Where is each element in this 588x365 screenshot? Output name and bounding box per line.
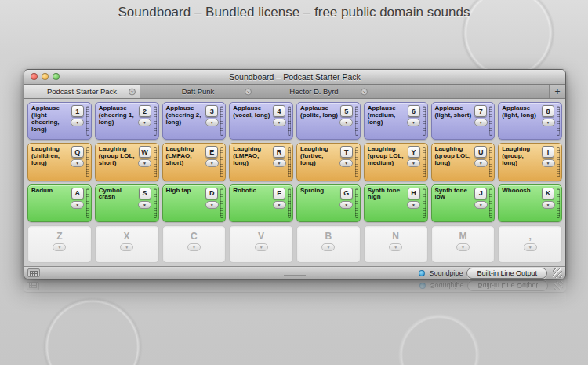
sound-cell[interactable]: Applause (cheering 2, long) 3 ▼: [162, 102, 227, 140]
sound-cell[interactable]: Applause (light, short) 7 ▼: [431, 102, 495, 140]
chevron-down-icon[interactable]: ▼: [474, 201, 488, 209]
sound-cell[interactable]: , ▼: [498, 225, 562, 263]
drag-handle[interactable]: [284, 272, 306, 276]
keycap: A: [71, 188, 84, 199]
window-title: Soundboard – Podcast Starter Pack: [229, 72, 361, 82]
keycap: J: [474, 188, 487, 199]
sound-cell[interactable]: Cymbol crash S ▼: [95, 184, 159, 222]
tab-close-icon[interactable]: ×: [361, 88, 368, 95]
sound-cell[interactable]: Applause (vocal, long) 4 ▼: [229, 102, 293, 140]
sound-cell[interactable]: Laughing (group, long) I ▼: [498, 143, 562, 181]
sound-cell[interactable]: Applause (light cheering, long) 1 ▼: [27, 102, 92, 140]
sound-cell[interactable]: Whooosh K ▼: [498, 184, 562, 222]
close-button[interactable]: [31, 73, 38, 80]
sound-cell[interactable]: Applause (cheering 1, long) 2 ▼: [95, 102, 159, 140]
minimize-button[interactable]: [42, 73, 49, 80]
tab-close-icon[interactable]: ×: [129, 88, 136, 95]
chevron-down-icon[interactable]: ▼: [339, 159, 353, 167]
chevron-down-icon[interactable]: ▼: [205, 119, 219, 126]
tab-hector-d-byrd[interactable]: Hector D. Byrd ×: [256, 85, 372, 98]
chevron-down-icon[interactable]: ▼: [273, 119, 286, 126]
sound-cell[interactable]: Laughing (LMFAO, short) E ▼: [162, 143, 227, 181]
chevron-down-icon[interactable]: ▼: [321, 243, 335, 251]
sound-cell[interactable]: Laughing (group LOL, short) W ▼: [95, 143, 159, 181]
level-meter: [557, 106, 560, 136]
sound-label: Robotic: [233, 188, 271, 195]
chevron-down-icon[interactable]: ▼: [474, 119, 488, 126]
chevron-down-icon[interactable]: ▼: [71, 159, 84, 167]
tab-daft-punk[interactable]: Daft Punk ×: [140, 85, 256, 98]
chevron-down-icon[interactable]: ▼: [456, 243, 470, 251]
sound-label: Laughing (group LOL, medium): [368, 146, 406, 167]
sound-cell[interactable]: Laughing (children, long) Q ▼: [27, 143, 92, 181]
chevron-down-icon[interactable]: ▼: [138, 119, 151, 126]
sound-cell[interactable]: B ▼: [296, 225, 361, 263]
chevron-down-icon[interactable]: ▼: [53, 243, 66, 251]
sound-cell[interactable]: Synth tone high H ▼: [364, 184, 428, 222]
sound-label: Laughing (group, long): [502, 146, 540, 167]
keyboard-glyph: [30, 271, 38, 276]
sound-cell[interactable]: M ▼: [431, 225, 495, 263]
keycap: N: [390, 231, 402, 242]
chevron-down-icon[interactable]: ▼: [407, 159, 420, 167]
chevron-down-icon[interactable]: ▼: [407, 119, 420, 126]
level-meter: [423, 188, 426, 218]
level-meter: [489, 147, 492, 177]
level-meter: [86, 147, 89, 177]
chevron-down-icon[interactable]: ▼: [339, 119, 353, 126]
page-title: Soundboard – Bundled license – free publ…: [0, 5, 588, 20]
resize-grip[interactable]: [553, 268, 562, 278]
level-meter: [220, 147, 223, 177]
chevron-down-icon[interactable]: ▼: [407, 201, 420, 209]
chevron-down-icon[interactable]: ▼: [138, 159, 151, 167]
sound-cell[interactable]: Laughing (group LOL, long) U ▼: [431, 143, 495, 181]
chevron-down-icon[interactable]: ▼: [205, 159, 219, 167]
sound-cell[interactable]: Synth tone low J ▼: [431, 184, 495, 222]
sound-cell[interactable]: V ▼: [229, 225, 293, 263]
keycap: Q: [71, 146, 84, 158]
chevron-down-icon[interactable]: ▼: [187, 243, 201, 251]
level-meter: [489, 106, 492, 136]
zoom-button[interactable]: [53, 73, 60, 80]
chevron-down-icon[interactable]: ▼: [524, 243, 537, 251]
chevron-down-icon[interactable]: ▼: [542, 159, 555, 167]
sound-cell[interactable]: Laughing (group LOL, medium) Y ▼: [364, 143, 428, 181]
chevron-down-icon[interactable]: ▼: [542, 201, 555, 209]
title-bar[interactable]: Soundboard – Podcast Starter Pack: [24, 70, 565, 85]
keycap: 7: [474, 105, 487, 117]
reflection-grid-strip: [24, 293, 566, 321]
chevron-down-icon[interactable]: ▼: [205, 201, 219, 209]
chevron-down-icon[interactable]: ▼: [474, 159, 488, 167]
chevron-down-icon[interactable]: ▼: [542, 119, 555, 126]
chevron-down-icon[interactable]: ▼: [255, 243, 268, 251]
add-tab-button[interactable]: +: [549, 85, 565, 98]
sound-cell[interactable]: High tap D ▼: [162, 184, 227, 222]
chevron-down-icon[interactable]: ▼: [71, 201, 84, 209]
chevron-down-icon[interactable]: ▼: [71, 119, 84, 126]
sound-cell[interactable]: Robotic F ▼: [229, 184, 293, 222]
chevron-down-icon[interactable]: ▼: [339, 201, 353, 209]
sound-cell[interactable]: Sproing G ▼: [296, 184, 361, 222]
sound-cell[interactable]: Laughing (LMFAO, long) R ▼: [229, 143, 293, 181]
chevron-down-icon[interactable]: ▼: [120, 243, 133, 251]
tab-label: Podcast Starter Pack: [47, 87, 117, 96]
chevron-down-icon[interactable]: ▼: [389, 243, 402, 251]
keyboard-icon[interactable]: [27, 268, 40, 277]
chevron-down-icon[interactable]: ▼: [273, 159, 286, 167]
sound-cell[interactable]: Applause (medium, long) 6 ▼: [364, 102, 428, 140]
chevron-down-icon[interactable]: ▼: [138, 201, 151, 209]
sound-cell[interactable]: Applause (polite, long) 5 ▼: [296, 102, 361, 140]
sound-label: Laughing (children, long): [31, 146, 70, 167]
tab-close-icon[interactable]: ×: [245, 88, 252, 95]
sound-cell[interactable]: Z ▼: [27, 225, 92, 263]
sound-cell[interactable]: Badum A ▼: [27, 184, 92, 222]
sound-cell[interactable]: Applause (light, long) 8 ▼: [498, 102, 562, 140]
chevron-down-icon[interactable]: ▼: [273, 201, 286, 209]
sound-cell[interactable]: C ▼: [162, 225, 227, 263]
sound-cell[interactable]: N ▼: [364, 225, 428, 263]
output-device-button[interactable]: Built-in Line Output: [466, 268, 547, 279]
sound-cell[interactable]: X ▼: [95, 225, 159, 263]
tab-podcast-starter-pack[interactable]: Podcast Starter Pack ×: [24, 85, 140, 98]
keycap: D: [205, 188, 218, 199]
sound-cell[interactable]: Laughing (furtive, long) T ▼: [296, 143, 361, 181]
